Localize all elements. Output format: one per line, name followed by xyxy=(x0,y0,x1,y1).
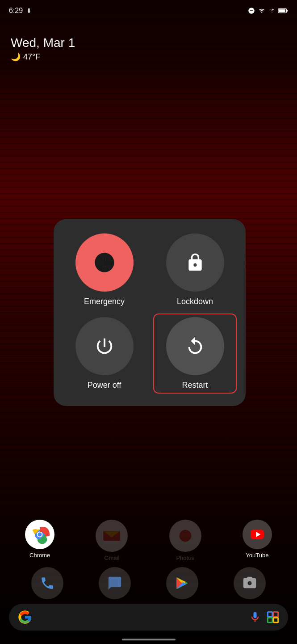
svg-rect-10 xyxy=(268,618,272,623)
emergency-label: Emergency xyxy=(84,297,125,306)
battery-icon xyxy=(278,8,288,14)
playstore-dock-item[interactable] xyxy=(166,567,198,599)
temperature: 47°F xyxy=(23,52,40,62)
power-off-icon xyxy=(94,336,115,356)
phone-dock-item[interactable] xyxy=(31,567,63,599)
home-indicator xyxy=(122,639,176,640)
gmail-logo xyxy=(103,530,120,542)
poweroff-circle xyxy=(75,317,134,375)
youtube-app[interactable]: YouTube xyxy=(243,520,272,561)
photos-logo xyxy=(176,527,194,545)
power-menu: Emergency Lockdown Power off Restart xyxy=(54,219,246,406)
playstore-svg xyxy=(175,576,190,591)
lock-icon xyxy=(185,253,205,272)
messages-dock-item[interactable] xyxy=(99,567,131,599)
phone-icon xyxy=(31,567,63,599)
lens-icon[interactable] xyxy=(267,611,279,623)
camera-svg xyxy=(242,576,257,591)
svg-rect-11 xyxy=(273,618,278,623)
weather-row: 🌙 47°F xyxy=(11,52,75,62)
gmail-label: Gmail xyxy=(104,555,119,561)
chrome-icon xyxy=(25,520,54,549)
lockdown-button[interactable]: Lockdown xyxy=(153,230,237,310)
power-off-label: Power off xyxy=(88,381,121,390)
gmail-app[interactable]: Gmail xyxy=(96,520,128,561)
svg-rect-8 xyxy=(268,612,272,617)
dnd-icon xyxy=(248,7,255,14)
download-icon: ⬇ xyxy=(26,7,32,14)
chrome-logo xyxy=(30,525,50,544)
chrome-app[interactable]: Chrome xyxy=(25,520,54,561)
camera-icon xyxy=(234,567,266,599)
restart-button[interactable]: Restart xyxy=(153,314,237,394)
restart-circle xyxy=(166,317,224,375)
date-weather: Wed, Mar 1 🌙 47°F xyxy=(11,36,75,62)
signal-icon xyxy=(268,8,276,14)
messages-svg xyxy=(107,576,122,591)
google-logo xyxy=(18,610,32,624)
svg-rect-2 xyxy=(279,9,285,12)
restart-label: Restart xyxy=(182,381,208,390)
youtube-logo xyxy=(249,526,265,542)
svg-rect-1 xyxy=(287,10,288,12)
emergency-circle xyxy=(75,233,134,292)
mic-icon[interactable] xyxy=(249,611,261,623)
lockdown-label: Lockdown xyxy=(177,297,213,306)
photos-app[interactable]: Photos xyxy=(169,520,201,561)
weather-icon: 🌙 xyxy=(11,52,21,62)
search-bar[interactable] xyxy=(9,604,288,631)
dock-row xyxy=(0,567,297,599)
lockdown-circle xyxy=(166,233,224,292)
svg-rect-9 xyxy=(273,612,278,617)
power-off-button[interactable]: Power off xyxy=(63,314,146,394)
chrome-label: Chrome xyxy=(29,552,50,559)
camera-dock-item[interactable] xyxy=(234,567,266,599)
restart-icon xyxy=(185,336,205,356)
emergency-icon xyxy=(93,251,116,274)
photos-icon xyxy=(169,520,201,552)
emergency-button[interactable]: Emergency xyxy=(63,230,146,310)
partial-apps: Chrome Gmail Photos YouTube xyxy=(0,520,297,561)
status-bar: 6:29 ⬇ xyxy=(0,0,297,21)
date-text: Wed, Mar 1 xyxy=(11,36,75,50)
youtube-label: YouTube xyxy=(246,552,268,559)
playstore-icon xyxy=(166,567,198,599)
youtube-icon xyxy=(243,520,272,549)
status-time: 6:29 xyxy=(9,7,23,15)
status-left: 6:29 ⬇ xyxy=(9,7,32,15)
status-right xyxy=(248,7,288,14)
gmail-icon xyxy=(96,520,128,552)
search-icons xyxy=(249,611,279,623)
wifi-icon xyxy=(258,8,266,14)
photos-label: Photos xyxy=(176,555,194,561)
messages-icon xyxy=(99,567,131,599)
phone-svg xyxy=(40,576,55,591)
svg-point-5 xyxy=(38,532,42,536)
